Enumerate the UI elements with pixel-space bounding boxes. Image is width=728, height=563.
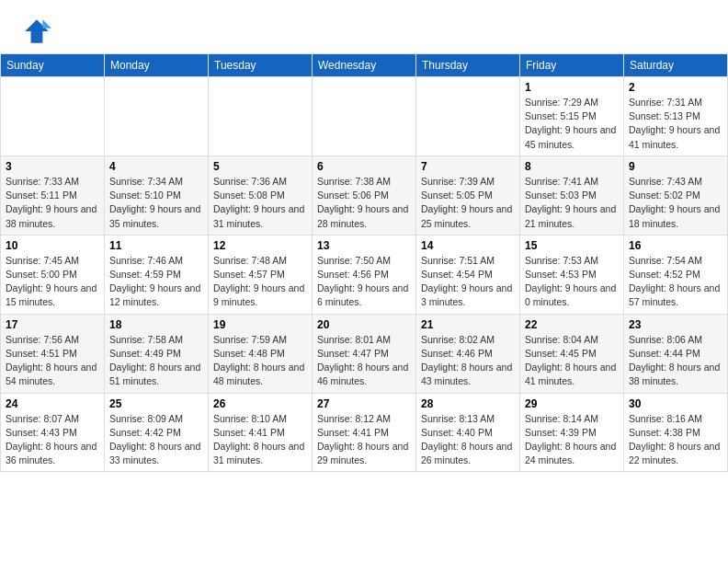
day-number: 8 xyxy=(525,160,619,173)
day-number: 25 xyxy=(109,397,203,410)
day-cell: 15Sunrise: 7:53 AM Sunset: 4:53 PM Dayli… xyxy=(520,235,624,314)
day-info: Sunrise: 7:34 AM Sunset: 5:10 PM Dayligh… xyxy=(109,175,203,231)
day-cell xyxy=(105,77,209,156)
day-info: Sunrise: 7:46 AM Sunset: 4:59 PM Dayligh… xyxy=(109,254,203,310)
day-info: Sunrise: 7:43 AM Sunset: 5:02 PM Dayligh… xyxy=(629,175,722,231)
day-cell: 19Sunrise: 7:59 AM Sunset: 4:48 PM Dayli… xyxy=(209,314,313,393)
day-cell: 8Sunrise: 7:41 AM Sunset: 5:03 PM Daylig… xyxy=(520,155,624,235)
day-info: Sunrise: 7:50 AM Sunset: 4:56 PM Dayligh… xyxy=(317,254,411,310)
day-info: Sunrise: 7:53 AM Sunset: 4:53 PM Dayligh… xyxy=(525,254,619,310)
day-number: 22 xyxy=(525,318,619,331)
day-cell xyxy=(313,77,416,156)
col-header-monday: Monday xyxy=(105,54,209,77)
day-number: 18 xyxy=(109,318,203,331)
day-info: Sunrise: 7:31 AM Sunset: 5:13 PM Dayligh… xyxy=(629,96,722,152)
day-number: 10 xyxy=(6,239,99,252)
day-cell: 9Sunrise: 7:43 AM Sunset: 5:02 PM Daylig… xyxy=(624,155,728,235)
day-info: Sunrise: 7:39 AM Sunset: 5:05 PM Dayligh… xyxy=(421,175,515,231)
week-row-2: 3Sunrise: 7:33 AM Sunset: 5:11 PM Daylig… xyxy=(1,155,728,235)
day-number: 23 xyxy=(629,318,722,331)
day-cell: 21Sunrise: 8:02 AM Sunset: 4:46 PM Dayli… xyxy=(416,314,520,393)
logo-icon xyxy=(22,17,51,46)
day-cell: 3Sunrise: 7:33 AM Sunset: 5:11 PM Daylig… xyxy=(1,155,105,235)
day-number: 6 xyxy=(317,160,411,173)
day-info: Sunrise: 8:01 AM Sunset: 4:47 PM Dayligh… xyxy=(317,333,411,389)
day-cell: 28Sunrise: 8:13 AM Sunset: 4:40 PM Dayli… xyxy=(416,393,520,472)
day-cell: 30Sunrise: 8:16 AM Sunset: 4:38 PM Dayli… xyxy=(624,393,728,472)
day-number: 3 xyxy=(6,160,99,173)
day-info: Sunrise: 7:45 AM Sunset: 5:00 PM Dayligh… xyxy=(6,254,99,310)
day-number: 15 xyxy=(525,239,619,252)
day-cell: 29Sunrise: 8:14 AM Sunset: 4:39 PM Dayli… xyxy=(520,393,624,472)
col-header-saturday: Saturday xyxy=(624,54,728,77)
day-info: Sunrise: 7:33 AM Sunset: 5:11 PM Dayligh… xyxy=(6,175,99,231)
col-header-tuesday: Tuesday xyxy=(209,54,313,77)
day-info: Sunrise: 8:12 AM Sunset: 4:41 PM Dayligh… xyxy=(317,412,411,468)
day-number: 27 xyxy=(317,397,411,410)
day-info: Sunrise: 7:38 AM Sunset: 5:06 PM Dayligh… xyxy=(317,175,411,231)
day-info: Sunrise: 8:02 AM Sunset: 4:46 PM Dayligh… xyxy=(421,333,515,389)
day-info: Sunrise: 7:58 AM Sunset: 4:49 PM Dayligh… xyxy=(109,333,203,389)
day-number: 2 xyxy=(629,81,722,94)
week-row-3: 10Sunrise: 7:45 AM Sunset: 5:00 PM Dayli… xyxy=(1,235,728,314)
day-info: Sunrise: 8:04 AM Sunset: 4:45 PM Dayligh… xyxy=(525,333,619,389)
day-number: 16 xyxy=(629,239,722,252)
day-number: 19 xyxy=(213,318,307,331)
day-info: Sunrise: 7:56 AM Sunset: 4:51 PM Dayligh… xyxy=(6,333,99,389)
day-number: 7 xyxy=(421,160,515,173)
day-cell xyxy=(1,77,105,156)
day-info: Sunrise: 7:54 AM Sunset: 4:52 PM Dayligh… xyxy=(629,254,722,310)
day-cell: 16Sunrise: 7:54 AM Sunset: 4:52 PM Dayli… xyxy=(624,235,728,314)
day-cell: 2Sunrise: 7:31 AM Sunset: 5:13 PM Daylig… xyxy=(624,77,728,156)
day-number: 30 xyxy=(629,397,722,410)
day-info: Sunrise: 8:14 AM Sunset: 4:39 PM Dayligh… xyxy=(525,412,619,468)
day-info: Sunrise: 8:07 AM Sunset: 4:43 PM Dayligh… xyxy=(6,412,99,468)
day-number: 12 xyxy=(213,239,307,252)
day-cell: 10Sunrise: 7:45 AM Sunset: 5:00 PM Dayli… xyxy=(1,235,105,314)
day-number: 9 xyxy=(629,160,722,173)
day-cell: 17Sunrise: 7:56 AM Sunset: 4:51 PM Dayli… xyxy=(1,314,105,393)
day-cell: 11Sunrise: 7:46 AM Sunset: 4:59 PM Dayli… xyxy=(105,235,209,314)
day-cell: 25Sunrise: 8:09 AM Sunset: 4:42 PM Dayli… xyxy=(105,393,209,472)
svg-marker-1 xyxy=(42,19,51,29)
day-cell: 20Sunrise: 8:01 AM Sunset: 4:47 PM Dayli… xyxy=(313,314,416,393)
day-cell: 12Sunrise: 7:48 AM Sunset: 4:57 PM Dayli… xyxy=(209,235,313,314)
day-cell: 22Sunrise: 8:04 AM Sunset: 4:45 PM Dayli… xyxy=(520,314,624,393)
day-number: 24 xyxy=(6,397,99,410)
day-cell: 5Sunrise: 7:36 AM Sunset: 5:08 PM Daylig… xyxy=(209,155,313,235)
day-cell: 13Sunrise: 7:50 AM Sunset: 4:56 PM Dayli… xyxy=(313,235,416,314)
day-cell: 26Sunrise: 8:10 AM Sunset: 4:41 PM Dayli… xyxy=(209,393,313,472)
day-cell xyxy=(209,77,313,156)
day-number: 20 xyxy=(317,318,411,331)
calendar-wrapper: SundayMondayTuesdayWednesdayThursdayFrid… xyxy=(0,53,728,472)
day-info: Sunrise: 8:16 AM Sunset: 4:38 PM Dayligh… xyxy=(629,412,722,468)
week-row-4: 17Sunrise: 7:56 AM Sunset: 4:51 PM Dayli… xyxy=(1,314,728,393)
week-row-1: 1Sunrise: 7:29 AM Sunset: 5:15 PM Daylig… xyxy=(1,77,728,156)
day-cell: 24Sunrise: 8:07 AM Sunset: 4:43 PM Dayli… xyxy=(1,393,105,472)
day-info: Sunrise: 7:51 AM Sunset: 4:54 PM Dayligh… xyxy=(421,254,515,310)
day-cell: 18Sunrise: 7:58 AM Sunset: 4:49 PM Dayli… xyxy=(105,314,209,393)
day-info: Sunrise: 7:29 AM Sunset: 5:15 PM Dayligh… xyxy=(525,96,619,152)
day-number: 4 xyxy=(109,160,203,173)
day-number: 29 xyxy=(525,397,619,410)
col-header-sunday: Sunday xyxy=(1,54,105,77)
day-cell: 7Sunrise: 7:39 AM Sunset: 5:05 PM Daylig… xyxy=(416,155,520,235)
day-number: 5 xyxy=(213,160,307,173)
day-cell: 23Sunrise: 8:06 AM Sunset: 4:44 PM Dayli… xyxy=(624,314,728,393)
col-header-thursday: Thursday xyxy=(416,54,520,77)
day-cell: 1Sunrise: 7:29 AM Sunset: 5:15 PM Daylig… xyxy=(520,77,624,156)
day-info: Sunrise: 8:06 AM Sunset: 4:44 PM Dayligh… xyxy=(629,333,722,389)
day-number: 21 xyxy=(421,318,515,331)
day-number: 13 xyxy=(317,239,411,252)
day-number: 28 xyxy=(421,397,515,410)
day-cell xyxy=(416,77,520,156)
day-number: 14 xyxy=(421,239,515,252)
day-number: 1 xyxy=(525,81,619,94)
day-number: 26 xyxy=(213,397,307,410)
day-info: Sunrise: 8:10 AM Sunset: 4:41 PM Dayligh… xyxy=(213,412,307,468)
day-cell: 14Sunrise: 7:51 AM Sunset: 4:54 PM Dayli… xyxy=(416,235,520,314)
day-info: Sunrise: 7:48 AM Sunset: 4:57 PM Dayligh… xyxy=(213,254,307,310)
day-number: 17 xyxy=(6,318,99,331)
week-row-5: 24Sunrise: 8:07 AM Sunset: 4:43 PM Dayli… xyxy=(1,393,728,472)
col-header-wednesday: Wednesday xyxy=(313,54,416,77)
